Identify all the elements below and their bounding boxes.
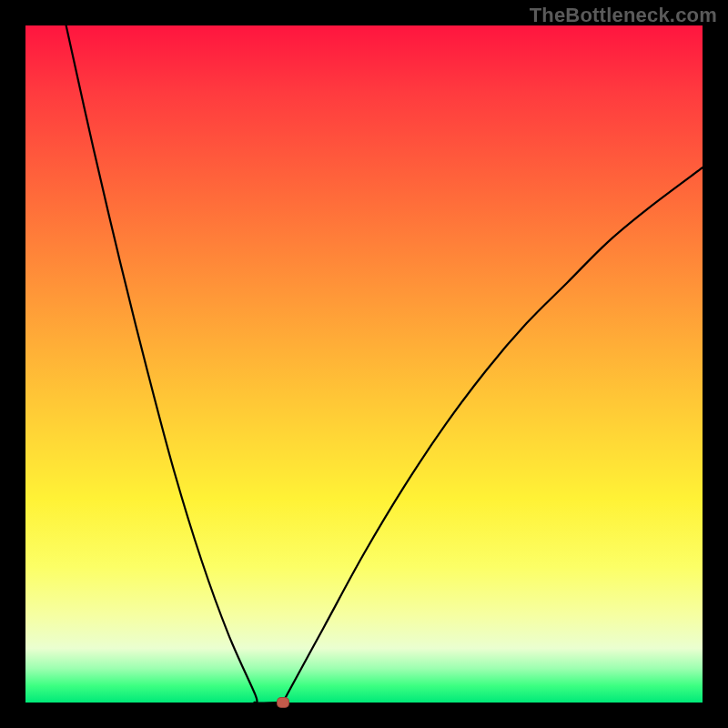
chart-root: TheBottleneck.com	[0, 0, 728, 728]
plot-gradient	[25, 25, 703, 703]
